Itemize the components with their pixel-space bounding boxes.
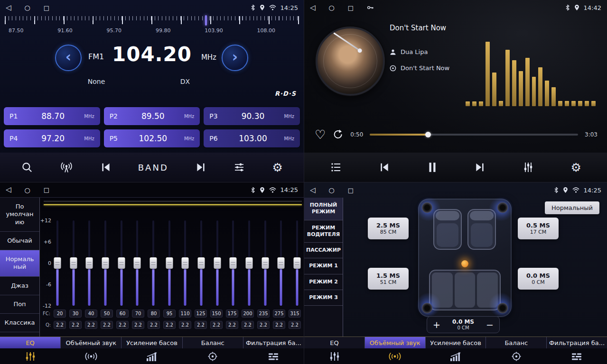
tab-item[interactable]: EQ (0, 337, 61, 348)
broadcast-scan-icon[interactable] (60, 161, 73, 173)
nav-home-button[interactable]: ○ (25, 4, 30, 11)
delay-increase-button[interactable]: + (430, 318, 443, 331)
preset-button[interactable]: P6 103.00 MHz (204, 129, 300, 147)
filter-tab-icon[interactable] (546, 353, 607, 361)
preset-button[interactable]: P2 89.50 MHz (104, 107, 200, 125)
surround-tab-icon[interactable] (365, 352, 426, 361)
tab-item[interactable]: Фильтрация ба... (243, 337, 304, 348)
slider-knob[interactable] (54, 257, 61, 269)
slider-knob[interactable] (166, 257, 173, 269)
eq-preset-item[interactable]: Рок (0, 332, 39, 337)
eq-band-slider[interactable] (181, 220, 189, 306)
slider-knob[interactable] (197, 257, 205, 269)
listening-mode-item[interactable]: РЕЖИМ 3 (304, 290, 343, 306)
settings-gear-icon[interactable]: ⚙ (570, 162, 581, 173)
eq-band-slider[interactable] (293, 220, 301, 306)
eq-preset-item[interactable]: По умолчанию (0, 198, 39, 232)
tab-item[interactable]: Баланс (183, 337, 243, 348)
tune-up-button[interactable]: › (222, 45, 248, 71)
tab-item[interactable]: EQ (304, 337, 365, 348)
eq-preset-item[interactable]: Классика (0, 314, 39, 332)
eq-band-slider[interactable] (133, 220, 141, 306)
eq-band-slider[interactable] (102, 220, 109, 306)
eq-preset-item[interactable]: Обычай (0, 232, 39, 250)
nav-recents-button[interactable]: □ (348, 187, 354, 193)
listening-mode-item[interactable]: РЕЖИМ 2 (304, 274, 343, 290)
nav-back-button[interactable]: ◁ (6, 186, 11, 193)
next-station-icon[interactable] (195, 162, 206, 173)
balance-tab-icon[interactable] (182, 352, 243, 361)
delay-front-right-button[interactable]: 0.5 MS 17 CM (518, 218, 559, 239)
equalizer-settings-icon[interactable] (233, 162, 245, 173)
delay-rear-right-button[interactable]: 0.0 MS 0 CM (518, 268, 559, 290)
slider-knob[interactable] (118, 257, 125, 269)
preset-button[interactable]: P3 90.30 MHz (204, 107, 300, 125)
eq-band-slider[interactable] (54, 220, 61, 306)
frequency-scale[interactable]: 87.5091.6095.7099.80103.90108.00 (5, 16, 299, 40)
repeat-icon[interactable] (332, 129, 344, 140)
listening-mode-item[interactable]: РЕЖИМ 1 (304, 258, 343, 274)
eq-band-slider[interactable] (214, 220, 221, 306)
eq-band-slider[interactable] (149, 220, 157, 306)
nav-home-button[interactable]: ○ (329, 4, 335, 11)
listening-mode-item[interactable]: ПОЛНЫЙ РЕЖИМ (304, 198, 343, 220)
eq-tab-icon[interactable] (304, 352, 365, 361)
equalizer-settings-icon[interactable] (522, 162, 534, 173)
nav-home-button[interactable]: ○ (25, 187, 30, 193)
listening-position-dot[interactable] (461, 260, 468, 267)
slider-knob[interactable] (230, 257, 237, 269)
slider-knob[interactable] (70, 257, 77, 269)
delay-front-left-button[interactable]: 2.5 MS 85 CM (368, 218, 409, 239)
eq-band-slider[interactable] (197, 220, 205, 306)
nav-back-button[interactable]: ◁ (310, 4, 316, 11)
bass-boost-tab-icon[interactable] (121, 352, 182, 361)
tab-item[interactable]: Объёмный звук (365, 337, 426, 348)
balance-tab-icon[interactable] (486, 352, 547, 361)
tab-item[interactable]: Усиление басов (426, 337, 486, 348)
band-button[interactable]: BAND (138, 163, 168, 173)
slider-knob[interactable] (86, 257, 93, 269)
slider-knob[interactable] (149, 257, 157, 269)
eq-tab-icon[interactable] (0, 352, 61, 361)
surround-tab-icon[interactable] (61, 352, 121, 361)
delay-decrease-button[interactable]: − (483, 318, 496, 331)
slider-knob[interactable] (102, 257, 109, 269)
eq-band-slider[interactable] (245, 220, 253, 306)
slider-knob[interactable] (214, 257, 221, 269)
nav-recents-button[interactable]: □ (44, 187, 49, 193)
nav-recents-button[interactable]: □ (44, 5, 49, 11)
previous-track-icon[interactable] (378, 162, 391, 173)
tab-item[interactable]: Усиление басов (121, 337, 182, 348)
slider-knob[interactable] (293, 257, 300, 269)
preset-button[interactable]: P4 97.20 MHz (4, 129, 100, 147)
preset-button[interactable]: P5 102.50 MHz (104, 129, 200, 147)
tab-item[interactable]: Баланс (486, 337, 547, 348)
seek-bar-knob[interactable] (425, 132, 431, 137)
listening-mode-item[interactable]: ПАССАЖИР (304, 243, 343, 258)
nav-back-button[interactable]: ◁ (6, 4, 11, 11)
slider-knob[interactable] (261, 257, 269, 269)
bass-boost-tab-icon[interactable] (425, 352, 486, 361)
nav-recents-button[interactable]: □ (348, 5, 354, 11)
favorite-icon[interactable]: ♡ (315, 128, 326, 141)
playlist-icon[interactable] (330, 162, 342, 173)
sound-profile-button[interactable]: Нормальный (545, 201, 599, 214)
delay-rear-left-button[interactable]: 1.5 MS 51 CM (368, 268, 409, 290)
filter-tab-icon[interactable] (243, 353, 304, 361)
eq-preset-item[interactable]: Поп (0, 295, 39, 314)
eq-preset-item[interactable]: Джаз (0, 277, 39, 295)
eq-preset-item[interactable]: Нормальный (0, 250, 39, 277)
eq-band-slider[interactable] (261, 220, 269, 306)
slider-knob[interactable] (245, 257, 252, 269)
nav-back-button[interactable]: ◁ (310, 187, 316, 194)
eq-band-slider[interactable] (118, 220, 125, 306)
eq-band-slider[interactable] (166, 220, 173, 306)
previous-station-icon[interactable] (100, 162, 112, 173)
tab-item[interactable]: Фильтрация ба... (547, 337, 607, 348)
eq-band-slider[interactable] (229, 220, 237, 306)
eq-band-slider[interactable] (70, 220, 77, 306)
listening-mode-item[interactable]: РЕЖИМ ВОДИТЕЛЯ (304, 220, 343, 243)
tab-item[interactable]: Объёмный звук (61, 337, 121, 348)
eq-band-slider[interactable] (277, 220, 285, 306)
pause-icon[interactable] (427, 162, 438, 173)
